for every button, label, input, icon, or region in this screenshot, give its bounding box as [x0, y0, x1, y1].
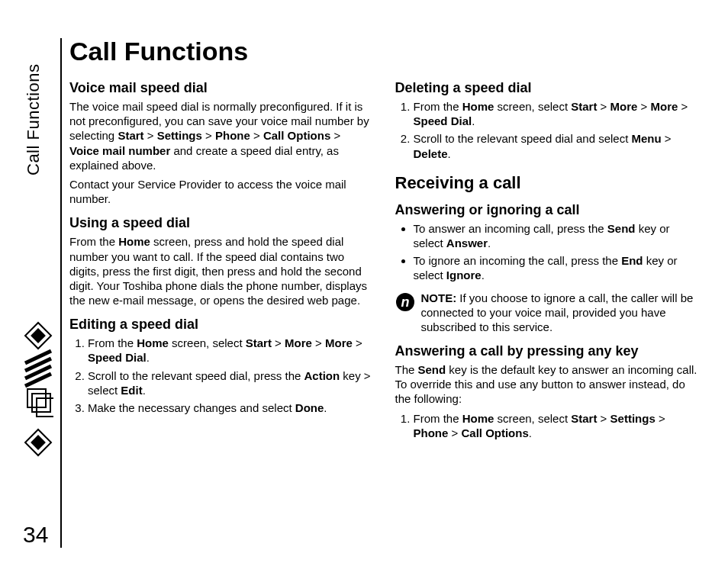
svg-text:n: n	[401, 294, 409, 310]
list-item: Scroll to the relevant speed dial and se…	[414, 131, 698, 160]
column-right: Deleting a speed dial From the Home scre…	[395, 80, 698, 445]
text: If you choose to ignore a call, the call…	[421, 291, 694, 333]
bold-speed-dial: Speed Dial	[88, 351, 147, 364]
voice-mail-paragraph-1: The voice mail speed dial is normally pr…	[69, 99, 372, 172]
bold-home: Home	[118, 235, 150, 248]
bold-start: Start	[571, 412, 597, 425]
bold-call-options: Call Options	[263, 129, 330, 142]
text: .	[448, 147, 451, 160]
list-item: From the Home screen, select Start > Mor…	[414, 99, 698, 128]
text: screen, select	[169, 336, 246, 349]
text: Scroll to the relevant speed dial and se…	[414, 132, 632, 145]
bold-phone: Phone	[414, 426, 449, 439]
chapter-title: Call Functions	[69, 37, 697, 66]
text: >	[202, 129, 215, 142]
bold-settings: Settings	[610, 412, 656, 425]
heading-answering-or-ignoring: Answering or ignoring a call	[395, 202, 698, 218]
voice-mail-paragraph-2: Contact your Service Provider to access …	[69, 177, 372, 206]
bold-more: More	[610, 100, 638, 113]
text: Make the necessary changes and select	[88, 401, 295, 414]
deleting-steps: From the Home screen, select Start > Mor…	[395, 99, 698, 161]
text: >	[662, 132, 672, 145]
bold-home: Home	[137, 336, 169, 349]
heading-editing-speed-dial: Editing a speed dial	[69, 317, 372, 333]
text: .	[529, 426, 532, 439]
heading-receiving-a-call: Receiving a call	[395, 173, 698, 193]
side-decoration	[23, 320, 53, 476]
heading-answering-any-key: Answering a call by pressing any key	[395, 343, 698, 359]
bold-start: Start	[118, 129, 143, 142]
text: >	[144, 129, 157, 142]
text: From the	[88, 336, 137, 349]
bold-phone: Phone	[215, 129, 250, 142]
heading-using-speed-dial: Using a speed dial	[69, 215, 372, 231]
svg-rect-1	[31, 328, 46, 343]
text: screen, select	[494, 412, 571, 425]
answering-bullets: To answer an incoming call, press the Se…	[395, 221, 698, 283]
vertical-rule	[60, 38, 62, 548]
bold-home: Home	[462, 412, 494, 425]
note-block: n NOTE: If you choose to ignore a call, …	[395, 291, 698, 335]
bold-start: Start	[571, 100, 597, 113]
svg-rect-7	[32, 394, 50, 412]
list-item: To ignore an incoming the call, press th…	[414, 253, 698, 282]
bold-done: Done	[295, 401, 324, 414]
bold-send: Send	[607, 222, 636, 235]
bold-note-label: NOTE:	[421, 291, 457, 304]
svg-rect-10	[31, 435, 46, 450]
side-chapter-label: Call Functions	[23, 38, 44, 175]
text: .	[488, 236, 491, 249]
text: >	[250, 129, 263, 142]
bold-start: Start	[246, 336, 272, 349]
bold-call-options: Call Options	[461, 426, 528, 439]
text: >	[272, 336, 285, 349]
list-item: To answer an incoming call, press the Se…	[414, 221, 698, 250]
bold-menu: Menu	[632, 132, 662, 145]
bold-delete: Delete	[414, 147, 448, 160]
bold-answer: Answer	[446, 236, 488, 249]
bold-end: End	[621, 254, 643, 267]
using-speed-dial-paragraph: From the Home screen, press and hold the…	[69, 234, 372, 307]
text: >	[597, 100, 610, 113]
bold-settings: Settings	[157, 129, 202, 142]
text: >	[656, 412, 665, 425]
bold-action: Action	[304, 369, 340, 382]
heading-deleting-speed-dial: Deleting a speed dial	[395, 80, 698, 96]
bold-more: More	[325, 336, 353, 349]
page: Call Functions 34	[0, 0, 728, 563]
note-icon: n	[395, 292, 415, 312]
editing-steps: From the Home screen, select Start > Mor…	[69, 336, 372, 415]
column-left: Voice mail speed dial The voice mail spe…	[69, 80, 372, 445]
text: >	[448, 426, 461, 439]
bold-send: Send	[418, 363, 446, 376]
text: screen, select	[494, 100, 571, 113]
heading-voice-mail-speed-dial: Voice mail speed dial	[69, 80, 372, 96]
text: From the	[69, 235, 118, 248]
bold-more: More	[285, 336, 312, 349]
bold-ignore: Ignore	[446, 269, 482, 282]
list-item: From the Home screen, select Start > Set…	[414, 411, 698, 440]
text: .	[324, 401, 327, 414]
bold-home: Home	[462, 100, 494, 113]
text: To answer an incoming call, press the	[414, 222, 607, 235]
text: >	[312, 336, 325, 349]
bold-edit: Edit	[121, 384, 142, 397]
text: >	[353, 336, 362, 349]
text: To ignore an incoming the call, press th…	[414, 254, 622, 267]
bold-speed-dial: Speed Dial	[414, 114, 472, 127]
page-number: 34	[23, 522, 48, 548]
text: Scroll to the relevant speed dial, press…	[88, 369, 304, 382]
list-item: From the Home screen, select Start > Mor…	[88, 336, 372, 365]
text: .	[472, 114, 475, 127]
bold-voice-mail-number: Voice mail number	[69, 144, 170, 157]
text: .	[143, 384, 146, 397]
bold-more: More	[651, 100, 678, 113]
text: .	[147, 351, 150, 364]
text: >	[637, 100, 650, 113]
content-area: Call Functions Voice mail speed dial The…	[69, 37, 697, 445]
text: The	[395, 363, 418, 376]
text: >	[597, 412, 610, 425]
note-text: NOTE: If you choose to ignore a call, th…	[421, 291, 698, 335]
list-item: Make the necessary changes and select Do…	[88, 401, 372, 415]
anykey-steps: From the Home screen, select Start > Set…	[395, 411, 698, 440]
